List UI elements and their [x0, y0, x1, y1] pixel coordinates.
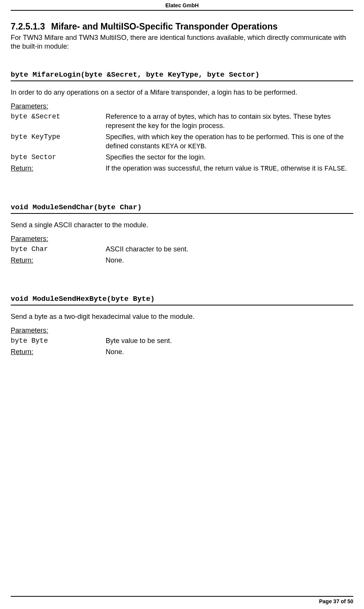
code-inline: FALSE: [324, 165, 345, 172]
return-desc-text: If the operation was successful, the ret…: [106, 164, 260, 172]
function-signature: void ModuleSendHexByte(byte Byte): [11, 295, 353, 305]
param-name: byte Sector: [11, 153, 106, 162]
return-label: Return:: [11, 347, 106, 356]
param-desc: Reference to a array of bytes, which has…: [106, 112, 353, 131]
function-description: In order to do any operations on a secto…: [11, 88, 353, 97]
page-footer: Page 37 of 50: [11, 596, 353, 604]
code-inline: KEYA: [162, 143, 178, 150]
parameters-label: Parameters:: [11, 327, 353, 335]
return-label: Return:: [11, 164, 106, 173]
param-desc-text: or: [178, 142, 188, 150]
param-row: byte KeyType Specifies, with which key t…: [11, 132, 353, 151]
return-row: Return: None.: [11, 347, 353, 356]
param-desc-text: Specifies, with which key the operation …: [106, 133, 344, 150]
return-row: Return: If the operation was successful,…: [11, 164, 353, 173]
return-row: Return: None.: [11, 256, 353, 265]
param-name: byte Char: [11, 245, 106, 254]
return-desc-text: , otherwise it is: [277, 164, 324, 172]
section-heading: 7.2.5.1.3Mifare- and MultiISO-Specific T…: [11, 21, 353, 32]
company-name: Elatec GmbH: [165, 2, 199, 8]
function-signature: void ModuleSendChar(byte Char): [11, 203, 353, 214]
param-desc: ASCII character to be sent.: [106, 245, 353, 254]
function-block-mifarelogin: byte MifareLogin(byte &Secret, byte KeyT…: [11, 71, 353, 173]
page-number: Page 37 of 50: [319, 598, 354, 604]
function-description: Send a byte as a two-digit hexadecimal v…: [11, 312, 353, 321]
param-desc-text: .: [205, 142, 207, 150]
param-row: byte &Secret Reference to a array of byt…: [11, 112, 353, 131]
code-inline: TRUE: [260, 165, 277, 172]
param-row: byte Byte Byte value to be sent.: [11, 336, 353, 345]
function-signature: byte MifareLogin(byte &Secret, byte KeyT…: [11, 71, 353, 81]
section-intro: For TWN3 Mifare and TWN3 MultiISO, there…: [11, 33, 353, 51]
param-name: byte Byte: [11, 336, 106, 345]
return-desc-text: .: [345, 164, 347, 172]
function-description: Send a single ASCII character to the mod…: [11, 221, 353, 230]
param-row: byte Sector Specifies the sector for the…: [11, 153, 353, 162]
param-name: byte KeyType: [11, 132, 106, 141]
return-desc: None.: [106, 256, 353, 265]
section-number: 7.2.5.1.3: [11, 21, 45, 32]
param-name: byte &Secret: [11, 112, 106, 121]
param-desc: Specifies the sector for the login.: [106, 153, 353, 162]
parameters-label: Parameters:: [11, 235, 353, 243]
param-row: byte Char ASCII character to be sent.: [11, 245, 353, 254]
return-label: Return:: [11, 256, 106, 265]
return-desc: If the operation was successful, the ret…: [106, 164, 353, 173]
return-desc: None.: [106, 347, 353, 356]
function-block-modulesendchar: void ModuleSendChar(byte Char) Send a si…: [11, 203, 353, 265]
function-block-modulesendhexbyte: void ModuleSendHexByte(byte Byte) Send a…: [11, 295, 353, 356]
param-desc: Specifies, with which key the operation …: [106, 132, 353, 151]
section-title-text: Mifare- and MultiISO-Specific Transponde…: [51, 21, 278, 31]
content: 7.2.5.1.3Mifare- and MultiISO-Specific T…: [11, 11, 353, 356]
page: Elatec GmbH 7.2.5.1.3Mifare- and MultiIS…: [0, 0, 364, 609]
param-desc: Byte value to be sent.: [106, 336, 353, 345]
parameters-label: Parameters:: [11, 102, 353, 110]
code-inline: KEYB: [188, 143, 204, 150]
page-header: Elatec GmbH: [11, 2, 353, 11]
